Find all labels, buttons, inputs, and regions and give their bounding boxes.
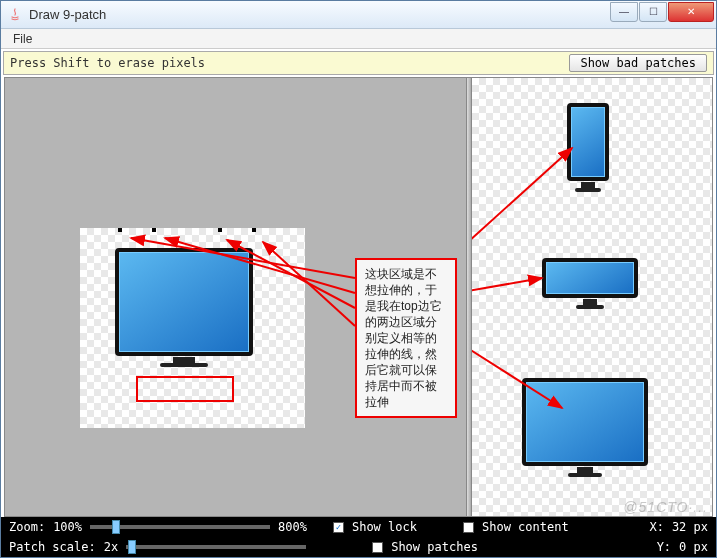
patch-scale-value: 2x [104, 540, 118, 554]
patch-scale-slider[interactable] [126, 545, 306, 549]
show-content-label: Show content [482, 520, 569, 534]
maximize-button[interactable]: ☐ [639, 2, 667, 22]
menubar: File [1, 29, 716, 49]
toolbar: Press Shift to erase pixels Show bad pat… [3, 51, 714, 75]
hint-text: Press Shift to erase pixels [10, 56, 569, 70]
preview-wide [542, 258, 638, 309]
show-lock-checkbox[interactable]: ✓ [333, 522, 344, 533]
app-window: Draw 9-patch — ☐ ✕ File Press Shift to e… [0, 0, 717, 558]
patch-scale-label: Patch scale: [9, 540, 96, 554]
java-icon [7, 7, 23, 23]
nine-patch-canvas[interactable] [80, 228, 305, 428]
preview-pane[interactable] [472, 78, 712, 516]
annotation-text: 这块区域是不想拉伸的，于是我在top边它的两边区域分别定义相等的拉伸的线，然后它… [365, 267, 442, 409]
window-buttons: — ☐ ✕ [609, 2, 714, 22]
top-marker-1[interactable] [118, 228, 122, 232]
y-value: 0 px [679, 540, 708, 554]
highlight-stand-region [136, 376, 234, 402]
editor-pane[interactable]: 这块区域是不想拉伸的，于是我在top边它的两边区域分别定义相等的拉伸的线，然后它… [5, 78, 466, 516]
patch-scale-thumb[interactable] [128, 540, 136, 554]
window-title: Draw 9-patch [29, 7, 609, 22]
x-value: 32 px [672, 520, 708, 534]
zoom-slider-thumb[interactable] [112, 520, 120, 534]
show-patches-label: Show patches [391, 540, 478, 554]
zoom-right: 800% [278, 520, 307, 534]
top-marker-2[interactable] [152, 228, 156, 232]
svg-line-7 [472, 278, 542, 298]
show-patches-checkbox[interactable] [372, 542, 383, 553]
menu-file[interactable]: File [7, 31, 38, 47]
zoom-slider[interactable] [90, 525, 270, 529]
preview-large [522, 378, 648, 477]
editor-monitor-image [115, 248, 253, 367]
top-marker-3[interactable] [218, 228, 222, 232]
annotation-callout: 这块区域是不想拉伸的，于是我在top边它的两边区域分别定义相等的拉伸的线，然后它… [355, 258, 457, 418]
show-lock-label: Show lock [352, 520, 417, 534]
show-content-checkbox[interactable] [463, 522, 474, 533]
x-label: X: [649, 520, 663, 534]
minimize-button[interactable]: — [610, 2, 638, 22]
zoom-label: Zoom: [9, 520, 45, 534]
y-label: Y: [657, 540, 671, 554]
preview-portrait [567, 103, 609, 192]
show-bad-patches-button[interactable]: Show bad patches [569, 54, 707, 72]
watermark: @51CTO·... [623, 499, 708, 515]
workspace: 这块区域是不想拉伸的，于是我在top边它的两边区域分别定义相等的拉伸的线，然后它… [4, 77, 713, 517]
top-marker-4[interactable] [252, 228, 256, 232]
zoom-left: 100% [53, 520, 82, 534]
status-bar: Zoom: 100% 800% ✓ Show lock Show content… [1, 517, 716, 557]
titlebar[interactable]: Draw 9-patch — ☐ ✕ [1, 1, 716, 29]
close-button[interactable]: ✕ [668, 2, 714, 22]
